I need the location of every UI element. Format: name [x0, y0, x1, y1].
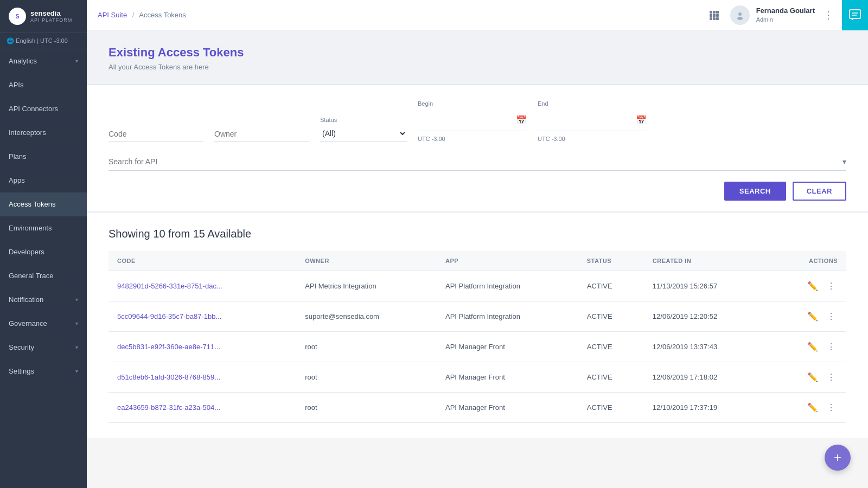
col-created: CREATED IN	[644, 251, 770, 271]
sidebar-item-api-connectors[interactable]: API Connectors	[0, 97, 87, 121]
chat-icon[interactable]	[842, 0, 868, 30]
token-status: ACTIVE	[578, 271, 644, 301]
col-status: STATUS	[578, 251, 644, 271]
more-icon[interactable]: ⋮	[825, 309, 838, 324]
table-row: ea243659-b872-31fc-a23a-504...rootAPI Ma…	[108, 393, 846, 423]
status-select[interactable]: (All) ACTIVE INACTIVE EXPIRED	[320, 125, 407, 142]
dropdown-arrow-icon: ▾	[843, 157, 846, 166]
end-input[interactable]	[538, 112, 633, 127]
end-utc-label: UTC -3:00	[538, 136, 647, 142]
token-created: 12/10/2019 17:37:19	[644, 393, 770, 423]
avatar[interactable]	[730, 5, 750, 25]
owner-field	[214, 126, 309, 142]
token-code[interactable]: 9482901d-5266-331e-8751-dac...	[108, 271, 296, 301]
sidebar-item-label-environments: Environments	[9, 224, 52, 232]
clear-button[interactable]: CLEAR	[793, 182, 846, 201]
owner-input[interactable]	[214, 126, 309, 142]
page-title: Existing Access Tokens	[108, 46, 846, 60]
edit-icon[interactable]: ✏️	[805, 279, 820, 293]
edit-icon[interactable]: ✏️	[805, 339, 820, 354]
sidebar-logo: S sensedia API PLATFORM	[0, 0, 87, 33]
locale-selector[interactable]: 🌐 English | UTC -3:00	[0, 33, 87, 49]
search-button[interactable]: SEARCH	[724, 182, 786, 201]
sidebar-item-apps[interactable]: Apps	[0, 169, 87, 192]
token-actions: ✏️ ⋮	[770, 332, 846, 362]
more-icon[interactable]: ⋮	[825, 339, 838, 354]
token-app: API Manager Front	[437, 362, 578, 393]
sidebar-item-label-plans: Plans	[9, 152, 27, 160]
sidebar-item-general-trace[interactable]: General Trace	[0, 264, 87, 288]
filter-section: Status (All) ACTIVE INACTIVE EXPIRED Beg…	[87, 85, 868, 213]
more-options-icon[interactable]: ⋮	[821, 7, 835, 23]
sidebar-item-developers[interactable]: Developers	[0, 240, 87, 264]
calendar-end-icon[interactable]: 📅	[636, 115, 647, 125]
sidebar-item-environments[interactable]: Environments	[0, 216, 87, 240]
sidebar-item-access-tokens[interactable]: Access Tokens	[0, 192, 87, 216]
token-created: 11/13/2019 15:26:57	[644, 271, 770, 301]
code-input[interactable]	[108, 126, 203, 142]
sidebar-item-label-analytics: Analytics	[9, 57, 37, 65]
sidebar-item-label-settings: Settings	[9, 367, 34, 375]
search-api-input[interactable]	[108, 157, 843, 166]
breadcrumb-link[interactable]: API Suite	[98, 11, 127, 19]
sidebar: S sensedia API PLATFORM 🌐 English | UTC …	[0, 0, 87, 488]
user-info: Fernanda Goulart Admin	[756, 7, 815, 23]
edit-icon[interactable]: ✏️	[805, 400, 820, 415]
more-icon[interactable]: ⋮	[825, 400, 838, 415]
more-icon[interactable]: ⋮	[825, 279, 838, 293]
sidebar-item-label-apps: Apps	[9, 176, 25, 184]
edit-icon[interactable]: ✏️	[805, 309, 820, 324]
table-row: d51c8eb6-1afd-3026-8768-859...rootAPI Ma…	[108, 362, 846, 393]
svg-rect-5	[716, 14, 719, 17]
svg-point-10	[738, 12, 742, 16]
table-row: 5cc09644-9d16-35c7-ba87-1bb...suporte@se…	[108, 301, 846, 332]
begin-input[interactable]	[418, 112, 513, 127]
token-code[interactable]: ea243659-b872-31fc-a23a-504...	[108, 393, 296, 423]
calendar-begin-icon[interactable]: 📅	[516, 115, 527, 125]
sidebar-item-plans[interactable]: Plans	[0, 145, 87, 169]
token-owner: API Metrics Integration	[296, 271, 437, 301]
token-actions: ✏️ ⋮	[770, 271, 846, 301]
token-code[interactable]: d51c8eb6-1afd-3026-8768-859...	[108, 362, 296, 393]
token-owner: root	[296, 332, 437, 362]
svg-rect-3	[710, 14, 712, 17]
search-api-wrapper: ▾	[108, 153, 846, 171]
sidebar-item-label-general-trace: General Trace	[9, 272, 53, 280]
more-icon[interactable]: ⋮	[825, 370, 838, 384]
sidebar-item-label-interceptors: Interceptors	[9, 129, 46, 137]
table-section: Showing 10 from 15 Available CODE OWNER …	[87, 213, 868, 438]
svg-rect-12	[850, 10, 860, 18]
logo-icon: S	[9, 8, 26, 25]
grid-icon[interactable]	[704, 5, 724, 25]
token-status: ACTIVE	[578, 393, 644, 423]
sidebar-item-label-governance: Governance	[9, 319, 47, 328]
sidebar-item-settings[interactable]: Settings▾	[0, 359, 87, 383]
sidebar-item-security[interactable]: Security▾	[0, 336, 87, 359]
sidebar-item-apis[interactable]: APIs	[0, 73, 87, 97]
locale-label: 🌐 English | UTC -3:00	[7, 37, 68, 44]
table-header-row: CODE OWNER APP STATUS CREATED IN ACTIONS	[108, 251, 846, 271]
token-code[interactable]: dec5b831-e92f-360e-ae8e-711...	[108, 332, 296, 362]
sidebar-item-analytics[interactable]: Analytics▾	[0, 49, 87, 73]
token-status: ACTIVE	[578, 362, 644, 393]
svg-rect-4	[713, 14, 716, 17]
sidebar-item-governance[interactable]: Governance▾	[0, 312, 87, 336]
token-actions: ✏️ ⋮	[770, 393, 846, 423]
breadcrumb-current: Access Tokens	[139, 11, 186, 19]
edit-icon[interactable]: ✏️	[805, 370, 820, 384]
sidebar-item-label-access-tokens: Access Tokens	[9, 200, 55, 208]
status-field: Status (All) ACTIVE INACTIVE EXPIRED	[320, 117, 407, 142]
svg-rect-6	[710, 17, 712, 20]
token-code[interactable]: 5cc09644-9d16-35c7-ba87-1bb...	[108, 301, 296, 332]
token-app: API Manager Front	[437, 332, 578, 362]
token-app: API Platform Integration	[437, 271, 578, 301]
add-fab[interactable]: +	[825, 445, 851, 471]
sidebar-item-interceptors[interactable]: Interceptors	[0, 121, 87, 145]
svg-rect-8	[716, 17, 719, 20]
table-row: dec5b831-e92f-360e-ae8e-711...rootAPI Ma…	[108, 332, 846, 362]
chevron-icon-security: ▾	[75, 344, 78, 350]
sidebar-item-notification[interactable]: Notification▾	[0, 288, 87, 312]
sidebar-item-label-developers: Developers	[9, 248, 44, 256]
table-header: CODE OWNER APP STATUS CREATED IN ACTIONS	[108, 251, 846, 271]
svg-rect-1	[713, 11, 716, 14]
